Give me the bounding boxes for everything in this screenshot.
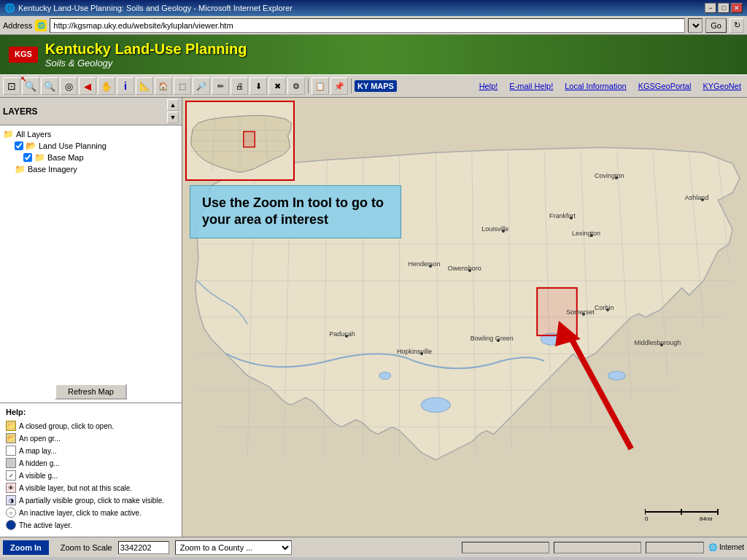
layer-base-map-checkbox[interactable] [23, 153, 32, 162]
app-subtitle: Soils & Geology [45, 58, 247, 69]
zoom-out-button[interactable]: 🔍 [41, 77, 58, 95]
help-title: Help: [6, 408, 176, 416]
city-dot-louisville [502, 230, 505, 233]
zoom-county-select[interactable]: Zoom to a County ... Adair Allen Anderso… [175, 540, 292, 555]
partial-group-icon: ◑ [6, 495, 16, 505]
window-title: Kentucky Land-Use Planning: Soils and Ge… [18, 4, 293, 12]
minimize-button[interactable]: − [705, 3, 716, 13]
sidebar-scroll-controls: ▲ ▼ [167, 99, 179, 123]
help-item-active-layer: The active layer. [6, 520, 176, 530]
title-bar: 🌐 Kentucky Land-Use Planning: Soils and … [0, 0, 747, 16]
refresh-map-button[interactable]: Refresh Map [55, 384, 127, 400]
address-input[interactable] [50, 18, 685, 33]
folder-imagery-icon: 📁 [15, 164, 26, 174]
help-active-layer-label: The active layer. [19, 521, 72, 529]
svg-point-23 [608, 371, 625, 380]
help-item-hidden-group: A hidden g... [6, 458, 176, 468]
title-bar-left: 🌐 Kentucky Land-Use Planning: Soils and … [4, 3, 293, 13]
visible-not-scale-icon: 👁 [6, 483, 16, 493]
layers-title: LAYERS [3, 106, 167, 117]
kgs-geoportal-link[interactable]: KGSGeoPortal [638, 82, 692, 90]
visible-group-icon: ✓ [6, 470, 16, 481]
toolbar-links: Help! E-mail Help! Local Information KGS… [476, 82, 744, 90]
zoom-scale-input[interactable] [118, 541, 169, 554]
layer-base-map[interactable]: 📁 Base Map [23, 152, 179, 163]
layer-base-imagery[interactable]: 📁 Base Imagery [15, 163, 179, 175]
internet-label: Internet [719, 543, 744, 551]
toolbar-separator2 [351, 79, 352, 93]
print-button[interactable]: 🖨 [231, 77, 248, 95]
logo-line1: KGS [15, 50, 32, 59]
map-layer-icon [6, 446, 16, 456]
layer-base-imagery-label: Base Imagery [28, 165, 77, 174]
svg-text:0: 0 [645, 516, 649, 521]
folder-base-map-icon: 📁 [34, 152, 45, 163]
draw-button[interactable]: ✏ [212, 77, 229, 95]
help-partial-group-label: A partially visible group, click to make… [19, 497, 164, 505]
help-item-open-group: 📂 An open gr... [6, 433, 176, 443]
zoom-in-status-label: Zoom In [3, 540, 49, 555]
back-button[interactable]: ◀ [79, 77, 96, 95]
zoom-tooltip-text: Use the Zoom In tool to go to your area … [202, 195, 384, 227]
measure-button[interactable]: 📐 [136, 77, 153, 95]
layer-land-use-checkbox[interactable] [15, 141, 23, 150]
svg-point-22 [421, 397, 450, 412]
scale-bar: 0 84mi [645, 506, 732, 522]
pan-button[interactable]: ✋ [98, 77, 115, 95]
svg-text:84mi: 84mi [700, 516, 713, 521]
kygeoint-link[interactable]: KYGeoNet [703, 82, 741, 90]
help-item-closed-group: 📁 A closed group, click to open. [6, 421, 176, 431]
overview-map [185, 101, 295, 181]
status-zone3 [646, 542, 704, 553]
help-section: Help: 📁 A closed group, click to open. 📂… [0, 402, 182, 537]
help-map-layer-label: A map lay... [19, 447, 57, 455]
header-banner: KGS Kentucky Land-Use Planning Soils & G… [0, 35, 747, 74]
city-dot-frankfort [570, 217, 573, 219]
layer-all-layers[interactable]: 📁 All Layers [3, 128, 179, 140]
go-button[interactable]: Go [705, 18, 727, 33]
zoom-tooltip: Use the Zoom In tool to go to your area … [190, 185, 401, 238]
settings-button[interactable]: ⚙ [287, 77, 305, 95]
sidebar-scroll-down[interactable]: ▼ [167, 112, 179, 123]
help-open-group-label: An open gr... [19, 435, 61, 443]
city-dot-bowling-green [497, 339, 500, 342]
geocode-button[interactable]: 🏠 [155, 77, 172, 95]
layer-land-use-label: Land Use Planning [39, 141, 107, 150]
internet-globe-icon: 🌐 [708, 543, 717, 551]
refresh-nav-button[interactable]: ↻ [729, 18, 744, 33]
download-button[interactable]: ⬇ [249, 77, 267, 95]
close-button[interactable]: ✕ [731, 3, 743, 13]
select-button[interactable]: ⬚ [174, 77, 191, 95]
extras-btn2[interactable]: 📌 [330, 77, 348, 95]
help-link[interactable]: Help! [479, 82, 498, 90]
layer-base-map-label: Base Map [47, 153, 84, 162]
browser-icon: 🌐 [35, 20, 47, 31]
zoom-full-button[interactable]: ⊡ [3, 77, 20, 95]
closed-group-icon: 📁 [6, 421, 16, 431]
email-help-link[interactable]: E-mail Help! [509, 82, 553, 90]
zoom-in-button[interactable]: 🔍 ↖ [22, 77, 39, 95]
active-layer-icon [6, 520, 16, 530]
clear-button[interactable]: ✖ [268, 77, 286, 95]
help-visible-group-label: A visible g... [19, 472, 58, 480]
local-info-link[interactable]: Local Information [565, 82, 626, 90]
sidebar-scroll-up[interactable]: ▲ [167, 99, 179, 111]
kymaps-logo[interactable]: KY MAPS [355, 80, 397, 92]
help-item-partial-group: ◑ A partially visible group, click to ma… [6, 495, 176, 505]
zoom-extent-button[interactable]: ◎ [60, 77, 77, 95]
city-dot-lexington [590, 234, 593, 237]
layer-land-use[interactable]: 📂 Land Use Planning [15, 140, 179, 152]
zoom-scale-label: Zoom to Scale [61, 543, 112, 552]
find-button[interactable]: 🔎 [193, 77, 210, 95]
help-closed-group-label: A closed group, click to open. [19, 422, 114, 430]
extras-btn1[interactable]: 📋 [311, 77, 329, 95]
maximize-button[interactable]: □ [718, 3, 729, 13]
info-button[interactable]: i [117, 77, 134, 95]
svg-rect-35 [244, 131, 255, 147]
svg-point-24 [379, 372, 391, 379]
folder-icon: 📁 [3, 129, 14, 139]
address-dropdown[interactable] [688, 18, 703, 33]
kgs-logo: KGS [9, 47, 38, 62]
map-area[interactable]: Use the Zoom In tool to go to your area … [182, 98, 747, 537]
toolbar-separator [308, 79, 309, 93]
